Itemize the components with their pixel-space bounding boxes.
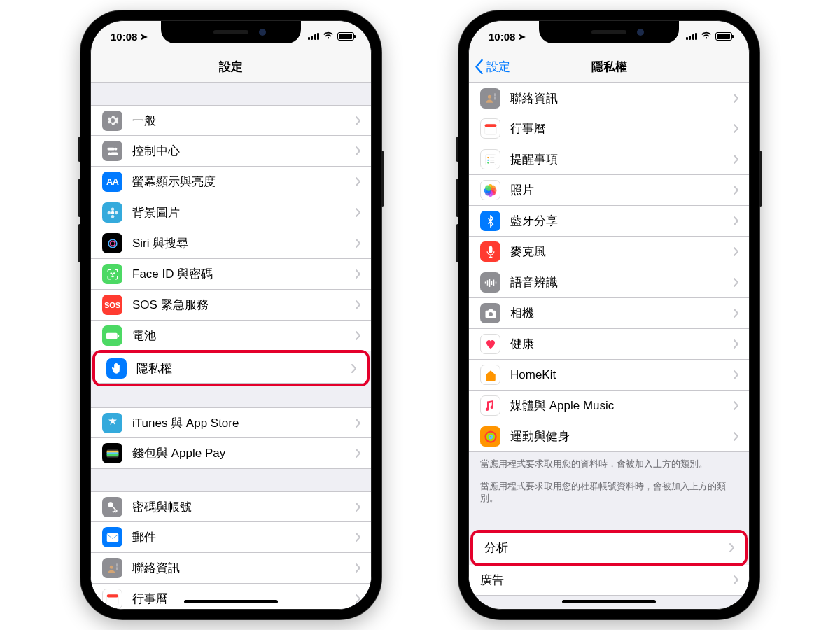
bluetooth-icon <box>480 211 500 231</box>
chevron-right-icon <box>734 124 749 133</box>
svg-point-13 <box>113 272 114 273</box>
row-label: 藍牙分享 <box>510 213 734 229</box>
row-label: 密碼與帳號 <box>132 499 356 515</box>
chevron-right-icon <box>356 331 371 340</box>
row-label: HomeKit <box>510 368 734 382</box>
svg-rect-2 <box>111 152 118 155</box>
wallet-icon <box>102 443 122 463</box>
chevron-right-icon <box>734 247 749 256</box>
row-row-0-1[interactable]: 控制中心 <box>91 136 371 167</box>
svg-point-7 <box>107 211 111 214</box>
svg-point-35 <box>487 156 489 158</box>
row-row-2-1[interactable]: 郵件 <box>91 522 371 553</box>
cellular-icon <box>686 33 698 40</box>
row-row-1-1[interactable]: 廣告 <box>469 565 749 596</box>
screen-right: 10:08 ➤ 設定 隱私權 聯絡資訊 行事曆 <box>468 20 750 610</box>
back-button[interactable]: 設定 <box>475 52 510 82</box>
row-label: 廣告 <box>480 572 734 588</box>
row-row-0-11[interactable]: 運動與健身 <box>469 421 749 452</box>
chevron-right-icon <box>734 340 749 349</box>
row-row-0-3[interactable]: 背景圖片 <box>91 197 371 228</box>
row-row-0-5[interactable]: 麥克風 <box>469 237 749 267</box>
chevron-right-icon <box>356 270 371 279</box>
screen-left: 10:08 ➤ 設定 一般 控制中心 AA 螢幕顯示與亮度 <box>90 20 372 610</box>
group-footer: 當應用程式要求取用您的社群帳號資料時，會被加入上方的類別。 <box>469 475 749 509</box>
row-face-id[interactable]: Face ID 與密碼 <box>91 259 371 290</box>
row-row-0-7[interactable]: 電池 <box>91 321 371 351</box>
svg-rect-24 <box>116 564 118 566</box>
row-row-0-8[interactable]: 健康 <box>469 329 749 360</box>
row-row-0-0[interactable]: 聯絡資訊 <box>469 83 749 113</box>
battery-icon <box>337 32 354 41</box>
svg-point-36 <box>487 159 489 160</box>
row-row-0-4[interactable]: 藍牙分享 <box>469 206 749 237</box>
cellular-icon <box>308 33 320 40</box>
row-label: 分析 <box>484 540 729 556</box>
calendar-icon <box>102 589 122 609</box>
location-icon: ➤ <box>140 31 148 42</box>
photos-icon <box>480 180 500 200</box>
faceid-icon <box>102 264 122 284</box>
hand-icon <box>106 358 127 379</box>
switches-icon <box>102 141 122 161</box>
chevron-right-icon <box>729 543 745 552</box>
settings-group: iTunes 與 App Store 錢包與 Apple Pay <box>91 407 371 469</box>
chevron-right-icon <box>356 239 371 248</box>
waveform-icon <box>480 272 500 293</box>
row-label: 相機 <box>510 305 734 321</box>
svg-rect-44 <box>489 279 490 287</box>
row-row-0-2[interactable]: AA 螢幕顯示與亮度 <box>91 167 371 197</box>
chevron-right-icon <box>356 564 371 573</box>
svg-point-1 <box>114 147 117 150</box>
row-label: 媒體與 Apple Music <box>510 398 734 414</box>
row-label: 背景圖片 <box>132 204 356 220</box>
mic-icon <box>480 241 500 262</box>
row-row-1-0[interactable]: 分析 <box>473 533 745 564</box>
back-label: 設定 <box>486 59 510 75</box>
chevron-right-icon <box>356 300 371 309</box>
nav-bar: 設定 <box>91 52 371 83</box>
calendar-icon <box>480 118 500 139</box>
privacy-scroll[interactable]: 聯絡資訊 行事曆 提醒事項 照片 藍牙分享 麥克風 語音辨識 <box>469 83 749 609</box>
row-row-2-3[interactable]: 行事曆 <box>91 584 371 609</box>
activity-icon <box>480 426 500 447</box>
row-row-0-1[interactable]: 行事曆 <box>469 113 749 144</box>
row-siri[interactable]: Siri 與搜尋 <box>91 228 371 259</box>
chevron-right-icon <box>351 364 367 373</box>
flower-icon <box>102 202 122 223</box>
row-label: 麥克風 <box>510 244 734 260</box>
battery-icon <box>102 326 122 346</box>
row-row-0-7[interactable]: 相機 <box>469 298 749 329</box>
svg-point-23 <box>109 565 113 568</box>
row-row-0-0[interactable]: 一般 <box>91 105 371 136</box>
svg-rect-42 <box>484 281 486 284</box>
home-indicator[interactable] <box>184 600 278 603</box>
row-row-2-2[interactable]: 聯絡資訊 <box>91 553 371 584</box>
row-itunes-app-store[interactable]: iTunes 與 App Store <box>91 407 371 438</box>
row-row-0-3[interactable]: 照片 <box>469 175 749 206</box>
row-label: 郵件 <box>132 529 356 545</box>
svg-rect-14 <box>106 332 117 338</box>
AA-icon: AA <box>102 172 122 192</box>
notch <box>539 21 679 43</box>
row-apple-pay[interactable]: 錢包與 Apple Pay <box>91 438 371 469</box>
home-indicator[interactable] <box>562 600 656 603</box>
row-label: SOS 緊急服務 <box>132 297 356 313</box>
chevron-right-icon <box>356 594 371 603</box>
row-homekit[interactable]: HomeKit <box>469 360 749 391</box>
svg-rect-15 <box>118 335 119 337</box>
settings-scroll[interactable]: 一般 控制中心 AA 螢幕顯示與亮度 背景圖片 Siri 與搜尋 Face ID… <box>91 83 371 609</box>
row-label: iTunes 與 App Store <box>132 415 356 431</box>
svg-rect-31 <box>494 97 496 99</box>
svg-point-51 <box>489 435 492 438</box>
svg-rect-33 <box>484 124 496 127</box>
row-row-0-8[interactable]: 隱私權 <box>95 353 367 384</box>
row-row-0-2[interactable]: 提醒事項 <box>469 144 749 175</box>
row-apple-music[interactable]: 媒體與 Apple Music <box>469 391 749 421</box>
row-row-2-0[interactable]: 密碼與帳號 <box>91 491 371 522</box>
svg-point-37 <box>487 162 489 163</box>
music-icon <box>480 396 500 416</box>
row-sos[interactable]: SOS SOS 緊急服務 <box>91 290 371 321</box>
row-row-0-6[interactable]: 語音辨識 <box>469 267 749 298</box>
svg-rect-43 <box>486 280 488 286</box>
